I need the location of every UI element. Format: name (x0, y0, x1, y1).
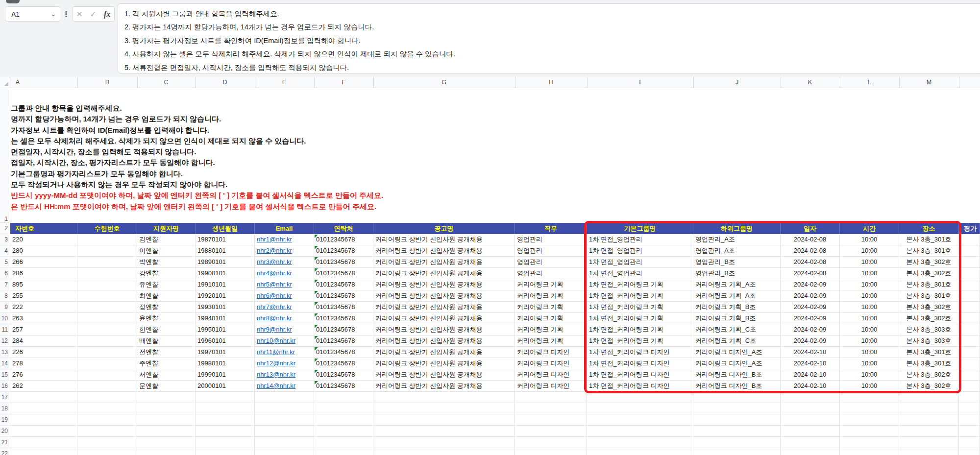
cell-l11[interactable]: 10:00 (840, 324, 899, 335)
column-divider[interactable] (314, 77, 315, 88)
row-header-14[interactable]: 14 (0, 358, 10, 369)
empty-cell[interactable] (587, 437, 693, 448)
cell-k12[interactable]: 2024-02-09 (781, 335, 840, 347)
cell-e5[interactable]: nhr3@nhr.kr (255, 257, 314, 268)
email-link[interactable]: nhr13@nhr.kr (257, 371, 295, 378)
cell-a15[interactable]: 276 (10, 369, 77, 381)
cell-i11[interactable]: 1차 면접_커리어링크 기획 (587, 324, 693, 335)
cell-e15[interactable]: nhr13@nhr.kr (255, 369, 314, 381)
empty-cell[interactable] (899, 414, 959, 426)
cell-i6[interactable]: 1차 면접_영업관리 (587, 268, 693, 279)
column-divider[interactable] (693, 77, 694, 88)
cell-e4[interactable]: nhr2@nhr.kr (255, 245, 314, 257)
email-link[interactable]: nhr4@nhr.kr (257, 269, 292, 277)
cell-g10[interactable]: 커리어링크 상반기 신입사원 공개채용 (373, 313, 515, 324)
empty-cell[interactable] (255, 448, 314, 455)
cell-g6[interactable]: 커리어링크 상반기 신입사원 공개채용 (373, 268, 515, 279)
cell-b16[interactable] (77, 381, 137, 392)
column-divider[interactable] (959, 77, 959, 88)
empty-cell[interactable] (781, 426, 840, 437)
cell-f7[interactable]: 01012345678 (314, 279, 373, 290)
cell-i15[interactable]: 1차 면접_커리어링크 디자인 (587, 369, 693, 381)
cell-h15[interactable]: 커리어링크 디자인 (515, 369, 587, 381)
column-header-j[interactable]: J (722, 77, 752, 88)
empty-cell[interactable] (515, 437, 587, 448)
cell-j11[interactable]: 커리어링크 기획_C조 (693, 324, 781, 335)
empty-cell[interactable] (840, 403, 899, 414)
cell-e11[interactable]: nhr9@nhr.kr (255, 324, 314, 335)
cell-f11[interactable]: 01012345678 (314, 324, 373, 335)
empty-cell[interactable] (515, 426, 587, 437)
column-divider[interactable] (255, 77, 255, 88)
cell-b11[interactable] (77, 324, 137, 335)
email-link[interactable]: nhr1@nhr.kr (257, 236, 292, 243)
header-cell-n[interactable]: 평가 (959, 223, 980, 234)
cell-g13[interactable]: 커리어링크 상반기 신입사원 공개채용 (373, 347, 515, 358)
cell-m12[interactable]: 본사 3층_303호 (899, 335, 959, 347)
cell-k11[interactable]: 2024-02-09 (781, 324, 840, 335)
row-header-11[interactable]: 11 (0, 324, 10, 335)
cell-h13[interactable]: 커리어링크 디자인 (515, 347, 587, 358)
cell-m4[interactable]: 본사 3층_301호 (899, 245, 959, 257)
cell-d15[interactable]: 19990101 (196, 369, 255, 381)
email-link[interactable]: nhr9@nhr.kr (257, 326, 292, 333)
cell-n8[interactable] (959, 290, 980, 302)
empty-cell[interactable] (781, 392, 840, 403)
cell-d10[interactable]: 19940101 (196, 313, 255, 324)
column-divider[interactable] (373, 77, 374, 88)
email-link[interactable]: nhr10@nhr.kr (257, 337, 295, 344)
empty-cell[interactable] (515, 403, 587, 414)
cell-h4[interactable]: 영업관리 (515, 245, 587, 257)
cell-b10[interactable] (77, 313, 137, 324)
empty-cell[interactable] (373, 437, 515, 448)
cell-d7[interactable]: 19910101 (196, 279, 255, 290)
empty-cell[interactable] (10, 426, 77, 437)
cell-b4[interactable] (77, 245, 137, 257)
cell-a3[interactable]: 220 (10, 234, 77, 245)
enter-icon[interactable]: ✓ (90, 10, 97, 19)
column-header-c[interactable]: C (151, 77, 181, 88)
cell-e10[interactable]: nhr8@nhr.kr (255, 313, 314, 324)
header-cell-c[interactable]: 지원자명 (137, 223, 196, 234)
cell-h12[interactable]: 커리어링크 기획 (515, 335, 587, 347)
empty-cell[interactable] (959, 403, 980, 414)
cell-j7[interactable]: 커리어링크 기획_A조 (693, 279, 781, 290)
row-header-10[interactable]: 10 (0, 313, 10, 324)
cell-d13[interactable]: 19970101 (196, 347, 255, 358)
column-header-m[interactable]: M (914, 77, 944, 88)
cell-m8[interactable]: 본사 3층_301호 (899, 290, 959, 302)
email-link[interactable]: nhr11@nhr.kr (257, 348, 295, 356)
cell-i7[interactable]: 1차 면접_커리어링크 기획 (587, 279, 693, 290)
cell-d5[interactable]: 19890101 (196, 257, 255, 268)
empty-cell[interactable] (314, 403, 373, 414)
cell-d6[interactable]: 19900101 (196, 268, 255, 279)
cell-m11[interactable]: 본사 3층_303호 (899, 324, 959, 335)
cell-m5[interactable]: 본사 3층_302호 (899, 257, 959, 268)
cell-b7[interactable] (77, 279, 137, 290)
cell-j15[interactable]: 커리어링크 디자인_B조 (693, 369, 781, 381)
empty-cell[interactable] (77, 437, 137, 448)
empty-cell[interactable] (515, 392, 587, 403)
header-cell-e[interactable]: Email (255, 223, 314, 234)
empty-cell[interactable] (10, 392, 77, 403)
cell-l13[interactable]: 10:00 (840, 347, 899, 358)
cell-j13[interactable]: 커리어링크 디자인_A조 (693, 347, 781, 358)
cell-h3[interactable]: 영업관리 (515, 234, 587, 245)
row-header-19[interactable]: 19 (0, 414, 10, 426)
column-header-i[interactable]: I (625, 77, 655, 88)
cell-f4[interactable]: 01012345678 (314, 245, 373, 257)
cell-i13[interactable]: 1차 면접_커리어링크 디자인 (587, 347, 693, 358)
cell-g7[interactable]: 커리어링크 상반기 신입사원 공개채용 (373, 279, 515, 290)
cell-e13[interactable]: nhr11@nhr.kr (255, 347, 314, 358)
row-header-22[interactable]: 22 (0, 448, 10, 455)
cell-m9[interactable]: 본사 3층_302호 (899, 302, 959, 313)
cell-j9[interactable]: 커리어링크 기획_B조 (693, 302, 781, 313)
cell-c8[interactable]: 최엔챨 (137, 290, 196, 302)
cell-h5[interactable]: 영업관리 (515, 257, 587, 268)
cell-b3[interactable] (77, 234, 137, 245)
cell-a12[interactable]: 284 (10, 335, 77, 347)
cell-e14[interactable]: nhr12@nhr.kr (255, 358, 314, 369)
cell-l5[interactable]: 10:00 (840, 257, 899, 268)
cell-f6[interactable]: 01012345678 (314, 268, 373, 279)
cell-a13[interactable]: 226 (10, 347, 77, 358)
